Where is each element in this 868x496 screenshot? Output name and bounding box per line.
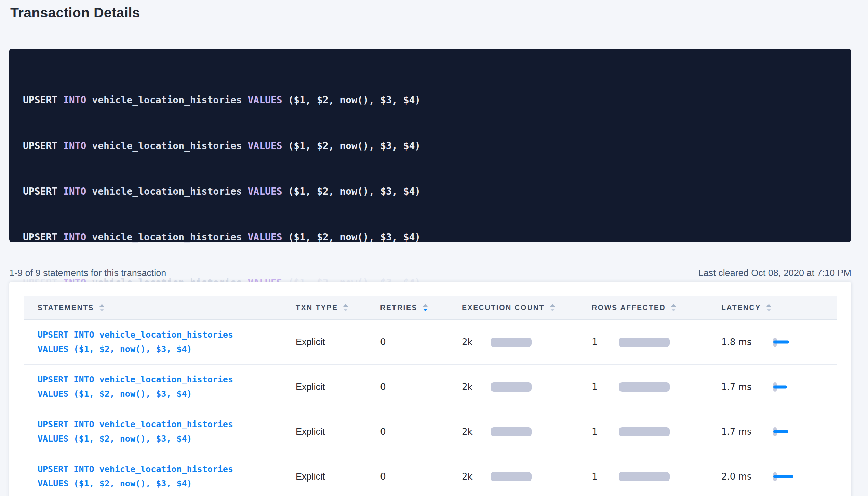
sort-arrows-icon [671,304,676,311]
statement-link[interactable]: UPSERT INTO vehicle_location_histories V… [38,417,296,446]
latency-bar-chart [773,338,777,347]
sql-code-line: UPSERT INTO vehicle_location_histories V… [23,184,837,199]
execution-count-cell: 2k [462,427,592,437]
execution-count-bar [491,338,532,347]
retries-cell: 0 [380,427,462,437]
latency-bar-chart [773,427,777,436]
column-header-txn-type[interactable]: TXN TYPE [296,303,380,312]
sort-arrows-icon [343,304,348,311]
latency-bar-chart [773,382,777,392]
retries-cell: 0 [380,382,462,392]
table-row: UPSERT INTO vehicle_location_histories V… [24,454,837,496]
sql-code-line: UPSERT INTO vehicle_location_histories V… [23,230,837,245]
latency-bar [773,475,793,478]
column-header-execution-count[interactable]: EXECUTION COUNT [462,303,592,312]
latency-cell: 1.7 ms [721,427,837,437]
sort-arrows-icon [99,304,104,311]
execution-count-cell: 2k [462,471,592,482]
execution-count-cell: 2k [462,382,592,392]
transaction-details-page: Transaction Details UPSERT INTO vehicle_… [0,0,868,496]
latency-cell: 1.7 ms [721,382,837,392]
txn-type-cell: Explicit [296,471,380,482]
sql-code-line: UPSERT INTO vehicle_location_histories V… [23,139,837,154]
page-title: Transaction Details [10,3,140,23]
table-header-row: STATEMENTS TXN TYPE RETRIES EXECUTION CO… [24,296,837,320]
sort-arrows-icon-active [423,304,428,311]
txn-type-cell: Explicit [296,337,380,348]
sql-code-line: UPSERT INTO vehicle_location_histories V… [23,93,837,108]
rows-affected-bar [619,472,670,481]
rows-affected-cell: 1 [592,427,721,437]
txn-type-cell: Explicit [296,427,380,437]
table-row: UPSERT INTO vehicle_location_histories V… [24,409,837,454]
sort-arrows-icon [766,304,771,311]
column-header-rows-affected[interactable]: ROWS AFFECTED [592,303,721,312]
rows-affected-cell: 1 [592,337,721,347]
statements-count-text: 1-9 of 9 statements for this transaction [9,266,166,280]
last-cleared-text: Last cleared Oct 08, 2020 at 7:10 PM [698,266,851,280]
execution-count-bar [491,382,532,392]
rows-affected-bar [619,427,670,436]
retries-cell: 0 [380,471,462,482]
execution-count-bar [491,427,532,436]
txn-type-cell: Explicit [296,382,380,392]
table-row: UPSERT INTO vehicle_location_histories V… [24,365,837,409]
statements-table-card: STATEMENTS TXN TYPE RETRIES EXECUTION CO… [9,282,851,496]
table-row: UPSERT INTO vehicle_location_histories V… [24,320,837,365]
column-header-statements[interactable]: STATEMENTS [24,303,296,312]
sort-arrows-icon [550,304,555,311]
rows-affected-cell: 1 [592,382,721,392]
statement-link[interactable]: UPSERT INTO vehicle_location_histories V… [38,373,296,401]
execution-count-bar [491,472,532,481]
column-header-retries[interactable]: RETRIES [380,303,462,312]
latency-bar [773,386,787,389]
table-caption-row: 1-9 of 9 statements for this transaction… [9,266,851,280]
sql-statements-box: UPSERT INTO vehicle_location_histories V… [9,49,851,242]
latency-bar-chart [773,472,777,481]
latency-cell: 1.8 ms [721,337,837,347]
execution-count-cell: 2k [462,337,592,347]
latency-bar [773,430,788,433]
column-header-latency[interactable]: LATENCY [721,303,837,312]
rows-affected-bar [619,382,670,392]
retries-cell: 0 [380,337,462,347]
latency-bar [773,341,789,344]
statement-link[interactable]: UPSERT INTO vehicle_location_histories V… [38,462,296,491]
rows-affected-cell: 1 [592,471,721,482]
statement-link[interactable]: UPSERT INTO vehicle_location_histories V… [38,328,296,356]
latency-cell: 2.0 ms [721,471,837,482]
rows-affected-bar [619,338,670,347]
